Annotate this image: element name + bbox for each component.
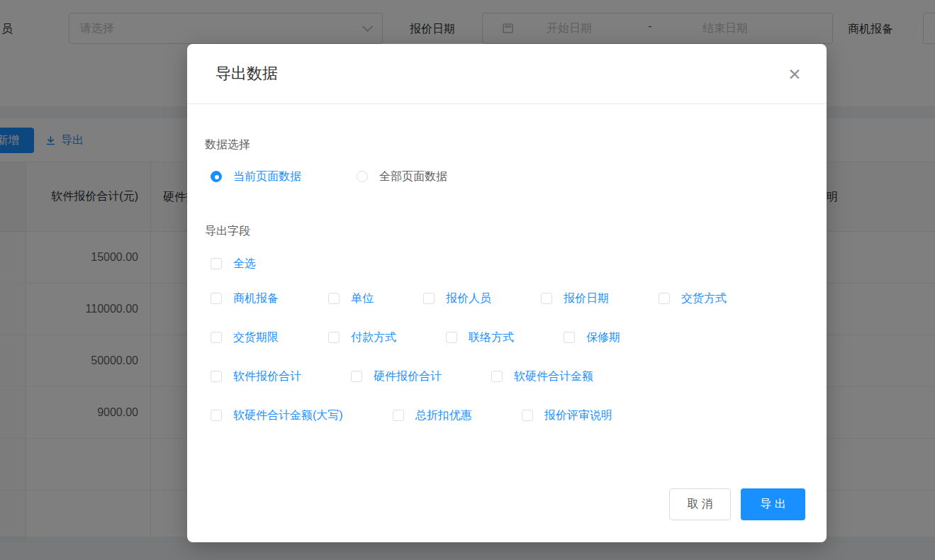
field-checkbox-row: 交货期限 付款方式 联络方式 保修期	[211, 330, 798, 345]
checkbox-icon	[423, 293, 435, 304]
field-checkbox-row: 软件报价合计 硬件报价合计 软硬件合计金额	[211, 369, 798, 384]
radio-icon	[357, 171, 368, 182]
checkbox-label: 总折扣优惠	[415, 408, 472, 423]
data-scope-radio-group: 当前页面数据 全部页面数据	[211, 169, 798, 184]
checkbox-label: 报价人员	[446, 291, 491, 306]
field-checkbox-row: 商机报备 单位 报价人员 报价日期	[211, 291, 798, 306]
field-checkbox[interactable]: 报价人员	[423, 291, 491, 306]
field-checkbox[interactable]: 报价日期	[541, 291, 609, 306]
modal-body: 数据选择 当前页面数据 全部页面数据 导出字段 全选 商机报备	[187, 104, 827, 423]
checkbox-label: 联络方式	[469, 330, 514, 345]
checkbox-icon	[328, 293, 340, 304]
field-checkbox[interactable]: 交货期限	[211, 330, 279, 345]
export-button[interactable]: 导 出	[741, 488, 805, 520]
field-checkbox[interactable]: 报价评审说明	[522, 408, 612, 423]
field-checkbox[interactable]: 付款方式	[328, 330, 396, 345]
select-all-checkbox[interactable]: 全选	[211, 256, 798, 271]
radio-label: 当前页面数据	[233, 169, 301, 184]
field-checkbox[interactable]: 软硬件合计金额(大写)	[211, 408, 343, 423]
field-checkbox[interactable]: 联络方式	[446, 330, 514, 345]
checkbox-label: 软件报价合计	[233, 369, 301, 384]
checkbox-label: 单位	[351, 291, 374, 306]
checkbox-label: 硬件报价合计	[374, 369, 442, 384]
export-fields-section-label: 导出字段	[205, 223, 798, 239]
checkbox-icon	[351, 371, 362, 382]
checkbox-icon	[211, 371, 222, 382]
radio-all-page-data[interactable]: 全部页面数据	[357, 169, 447, 184]
checkbox-icon	[393, 410, 404, 421]
checkbox-label: 软硬件合计金额	[514, 369, 593, 384]
checkbox-icon	[211, 258, 222, 269]
checkbox-icon	[328, 332, 340, 343]
checkbox-label: 交货期限	[233, 330, 279, 345]
field-checkbox[interactable]: 软硬件合计金额	[491, 369, 593, 384]
checkbox-label: 交货方式	[681, 291, 727, 306]
checkbox-label: 保修期	[586, 330, 620, 345]
field-checkbox[interactable]: 单位	[328, 291, 374, 306]
close-button[interactable]: ✕	[784, 64, 805, 85]
checkbox-label: 软硬件合计金额(大写)	[233, 408, 343, 423]
field-checkbox[interactable]: 总折扣优惠	[393, 408, 472, 423]
checkbox-label: 全选	[233, 256, 256, 271]
checkbox-label: 商机报备	[233, 291, 279, 306]
radio-current-page-data[interactable]: 当前页面数据	[211, 169, 301, 184]
checkbox-label: 付款方式	[351, 330, 396, 345]
field-checkbox[interactable]: 交货方式	[659, 291, 727, 306]
radio-label: 全部页面数据	[379, 169, 447, 184]
checkbox-icon	[211, 410, 222, 421]
checkbox-label: 报价日期	[564, 291, 609, 306]
modal-title: 导出数据	[215, 63, 278, 84]
checkbox-icon	[446, 332, 457, 343]
checkbox-icon	[541, 293, 552, 304]
modal-footer: 取 消 导 出	[669, 488, 805, 520]
checkbox-icon	[659, 293, 670, 304]
modal-header: 导出数据	[187, 44, 827, 104]
checkbox-icon	[491, 371, 503, 382]
field-checkbox[interactable]: 商机报备	[211, 291, 279, 306]
checkbox-icon	[522, 410, 533, 421]
field-checkbox[interactable]: 硬件报价合计	[351, 369, 442, 384]
checkbox-icon	[211, 332, 222, 343]
field-checkbox-row: 软硬件合计金额(大写) 总折扣优惠 报价评审说明	[211, 408, 798, 423]
data-select-section-label: 数据选择	[205, 137, 798, 152]
checkbox-label: 报价评审说明	[544, 408, 612, 423]
close-icon: ✕	[788, 65, 801, 84]
radio-icon	[211, 171, 222, 182]
cancel-button[interactable]: 取 消	[669, 488, 731, 520]
checkbox-icon	[564, 332, 575, 343]
field-checkbox[interactable]: 软件报价合计	[211, 369, 301, 384]
export-data-modal: 导出数据 ✕ 数据选择 当前页面数据 全部页面数据 导出字段 全选	[187, 44, 827, 542]
checkbox-icon	[211, 293, 222, 304]
field-checkbox[interactable]: 保修期	[564, 330, 620, 345]
